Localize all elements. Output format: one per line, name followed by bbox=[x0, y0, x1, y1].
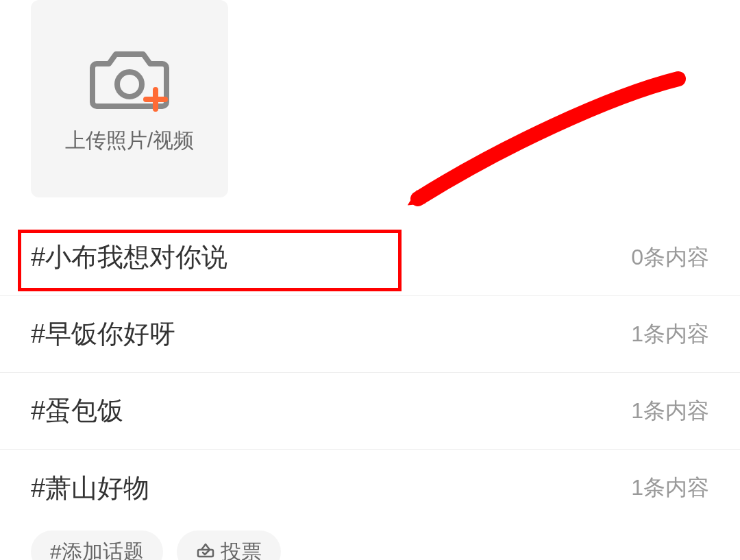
topic-suggestion-list: #小布我想对你说 0条内容 #早饭你好呀 1条内容 #蛋包饭 1条内容 #萧山好… bbox=[0, 219, 740, 526]
topic-count: 1条内容 bbox=[631, 473, 709, 503]
topic-row[interactable]: #小布我想对你说 0条内容 bbox=[0, 219, 740, 296]
add-topic-chip[interactable]: #添加话题 bbox=[31, 531, 163, 560]
topic-title: #早饭你好呀 bbox=[31, 317, 175, 352]
topic-title: #小布我想对你说 bbox=[31, 240, 227, 275]
topic-row[interactable]: #早饭你好呀 1条内容 bbox=[0, 296, 740, 373]
vote-chip-label: 投票 bbox=[221, 538, 262, 561]
upload-photo-video-button[interactable]: 上传照片/视频 bbox=[31, 0, 228, 197]
vote-chip[interactable]: 投票 bbox=[177, 531, 281, 560]
topic-count: 1条内容 bbox=[631, 396, 709, 426]
annotation-arrow-icon bbox=[363, 55, 706, 233]
topic-row[interactable]: #萧山好物 1条内容 bbox=[0, 450, 740, 526]
action-chips-row: #添加话题 投票 bbox=[31, 531, 281, 560]
topic-row[interactable]: #蛋包饭 1条内容 bbox=[0, 373, 740, 450]
upload-label: 上传照片/视频 bbox=[65, 127, 194, 155]
topic-title: #萧山好物 bbox=[31, 471, 149, 506]
add-topic-chip-label: #添加话题 bbox=[50, 538, 144, 561]
vote-icon bbox=[196, 540, 215, 561]
svg-point-0 bbox=[117, 72, 142, 97]
topic-title: #蛋包饭 bbox=[31, 393, 123, 428]
topic-count: 0条内容 bbox=[631, 243, 709, 273]
camera-plus-icon bbox=[88, 43, 171, 112]
topic-count: 1条内容 bbox=[631, 319, 709, 350]
